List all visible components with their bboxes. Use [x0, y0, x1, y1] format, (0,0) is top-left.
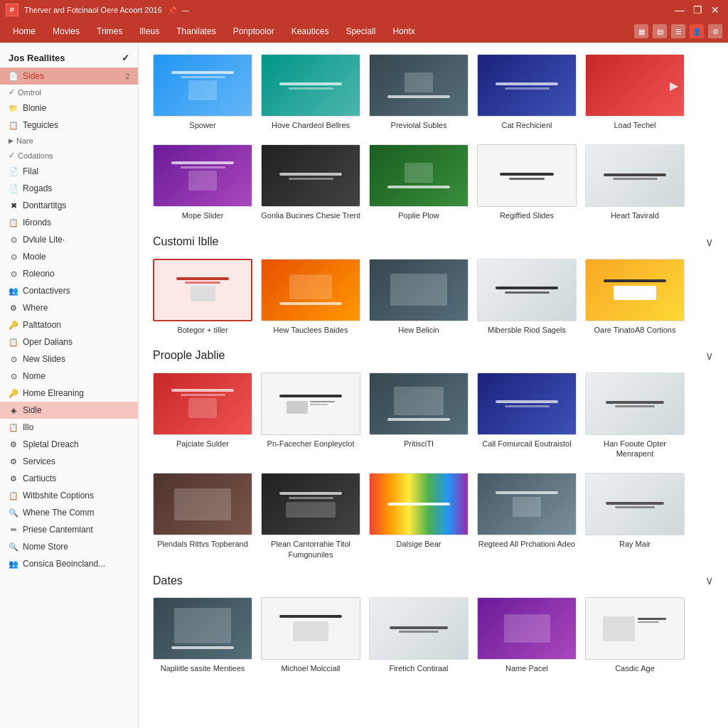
template-label-mibersble: Mibersble Riod Sagels	[477, 325, 577, 335]
template-card-michoel[interactable]: Michoel Molcciall	[261, 597, 360, 673]
template-card-name-pacel[interactable]: Name Pacel	[477, 597, 577, 673]
menu-speciall[interactable]: Speciall	[338, 23, 382, 39]
sidebar-item-donttartitgs[interactable]: ✖ Donttartitgs	[0, 197, 138, 214]
sidebar-item-nome-store[interactable]: 🔍 Nome Store	[0, 538, 138, 555]
sidebar-item-spletal-dreach[interactable]: ⚙ Spletal Dreach	[0, 436, 138, 453]
template-thumb-plendals	[153, 473, 252, 535]
menu-hontx[interactable]: Hontx	[385, 23, 422, 39]
menu-movies[interactable]: Movies	[46, 23, 87, 39]
template-card-pajciate[interactable]: Pajciate Sulder	[153, 373, 252, 459]
template-card-botegor[interactable]: Botegor + tiller	[153, 259, 252, 335]
sidebar-item-cartiucts[interactable]: ⚙ Cartiucts	[0, 470, 138, 487]
template-label-gonlia: Gonlia Bucines Chesie Trent	[261, 210, 360, 220]
sidebar-item-sides[interactable]: 📄 Sides 2	[0, 68, 138, 85]
sidebar-item-whene-the-comm[interactable]: 🔍 Whene The Comm	[0, 504, 138, 521]
template-card-hew-belicin[interactable]: Hew Belicin	[369, 259, 469, 335]
template-card-regiffied[interactable]: Regiffied Slides	[477, 144, 577, 220]
template-card-poplie[interactable]: Poplie Plow	[369, 144, 469, 220]
sidebar-item-roleono[interactable]: ⊙ Roleono	[0, 265, 138, 282]
list-icon[interactable]: ☰	[671, 24, 685, 38]
template-label-han: Han Fooute Opter Menrapent	[585, 439, 685, 459]
template-card-firetich[interactable]: Firetich Contiraal	[369, 597, 469, 673]
sidebar-item-palttatoon[interactable]: 🔑 Palttatoon	[0, 316, 138, 333]
template-thumb-name-pacel	[477, 597, 577, 660]
template-card-mibersble[interactable]: Mibersble Riod Sagels	[477, 259, 577, 335]
user-icon[interactable]: 👤	[690, 24, 704, 38]
template-card-napliitle[interactable]: Napliitle sasite Mentiees	[153, 597, 252, 673]
grid-icon[interactable]: ▦	[634, 24, 648, 38]
template-card-pritisci[interactable]: PritisciTI	[369, 373, 469, 459]
template-card-han-fooute[interactable]: Han Fooute Opter Menrapent	[585, 373, 685, 459]
section-toggle-dates[interactable]: ∨	[705, 574, 714, 587]
template-card-ray-mair[interactable]: Ray Mair	[585, 473, 685, 560]
template-card-plendals[interactable]: Plendals Rittvs Topberand	[153, 473, 252, 560]
nome-store-icon: 🔍	[9, 542, 18, 552]
settings-icon[interactable]: ⚙	[708, 24, 722, 38]
sidebar-item-moole[interactable]: ⊙ Moole	[0, 248, 138, 265]
table-icon[interactable]: ▤	[653, 24, 667, 38]
template-card-hove-chardeol[interactable]: Hove Chardeol Bellres	[261, 54, 360, 130]
sidebar-item-contactivers[interactable]: 👥 Contactivers	[0, 282, 138, 299]
menu-trimes[interactable]: Trimes	[90, 23, 129, 39]
sidebar-item-home-elreaning[interactable]: 🔑 Home Elreaning	[0, 385, 138, 402]
template-thumb-previolal	[369, 54, 469, 117]
sidebar-item-services[interactable]: ⚙ Services	[0, 453, 138, 470]
template-card-oare[interactable]: Oare TinatoA8 Cortions	[585, 259, 685, 335]
sidebar-section-nare[interactable]: ▶ Nare	[0, 134, 138, 148]
template-card-hew-tauclees[interactable]: Hew Tauclees Baides	[261, 259, 360, 335]
section-toggle-proople[interactable]: ∨	[705, 349, 714, 363]
sidebar-item-rogads[interactable]: 📄 Rogads	[0, 180, 138, 197]
menu-illeus[interactable]: Illeus	[132, 23, 166, 39]
template-card-regteed[interactable]: Regteed All Prchationi Adeo	[477, 473, 577, 560]
rogads-icon: 📄	[9, 183, 18, 193]
sidebar-item-nome[interactable]: ⊙ Nome	[0, 368, 138, 385]
sidebar-item-sidle[interactable]: ◈ Sidle	[0, 402, 138, 419]
dash-icon: —	[182, 6, 189, 14]
template-label-hew-belicin: Hew Belicin	[369, 325, 469, 335]
menu-ponptoolor[interactable]: Ponptoolor	[226, 23, 282, 39]
sidebar-item-dvlule-lite[interactable]: ⊙ Dvlule Lite·	[0, 231, 138, 248]
oper-dalians-icon: 📋	[9, 337, 18, 347]
sidebar-item-where[interactable]: ⚙ Where	[0, 299, 138, 316]
template-card-load[interactable]: ▶ Load Techel	[585, 54, 685, 130]
template-card-spower[interactable]: Spower	[153, 54, 252, 130]
menu-keautices[interactable]: Keautices	[284, 23, 336, 39]
sidebar-item-priese-cantemlant[interactable]: ✏ Priese Cantemlant	[0, 521, 138, 538]
sidebar-item-new-slides[interactable]: ⊙ New Slides	[0, 350, 138, 368]
template-card-gonlia[interactable]: Gonlia Bucines Chesie Trent	[261, 144, 360, 220]
section-toggle-customi[interactable]: ∨	[705, 235, 714, 249]
template-grid-customi: Botegor + tiller Hew Tauclees Baides Hew…	[153, 259, 714, 335]
minimize-button[interactable]: —	[672, 4, 687, 16]
app-title: Therver ard Fotcinaol Oere Acoort 2016	[24, 6, 162, 14]
menu-home[interactable]: Home	[6, 23, 43, 39]
sidebar-item-illo[interactable]: 📋 Illo	[0, 419, 138, 436]
menu-thanilates[interactable]: Thanilates	[169, 23, 223, 39]
template-label-name-pacel: Name Pacel	[477, 663, 577, 673]
template-card-plean[interactable]: Plean Cantorrahie Titol Fumgnuniles	[261, 473, 360, 560]
sidebar-item-filal[interactable]: 📄 Filal	[0, 163, 138, 180]
sidebar-item-oper-dalians[interactable]: 📋 Oper Dalians	[0, 333, 138, 350]
template-thumb-pajciate	[153, 373, 252, 435]
template-card-casdic[interactable]: Casdic Age	[585, 597, 685, 673]
sidebar-label-illo: Illo	[23, 422, 33, 432]
sidebar-item-consica[interactable]: 👥 Consica Beoincland...	[0, 555, 138, 572]
close-button[interactable]: ✕	[708, 4, 722, 16]
template-thumb-botegor	[153, 259, 252, 321]
sidebar-header: Jos Reallites ✓	[0, 48, 138, 68]
template-grid-section1: Spower Hove Chardeol Bellres Previolal S…	[153, 54, 714, 130]
sidebar-item-blonie[interactable]: 📁 Blonie	[0, 100, 138, 117]
template-card-pn-facecher[interactable]: Pn-Facecher Eonpleyclot	[261, 373, 360, 459]
template-card-mope[interactable]: Mope Slider	[153, 144, 252, 220]
template-card-cat[interactable]: Cat Rechicienl	[477, 54, 577, 130]
template-card-previolal[interactable]: Previolal Subles	[369, 54, 469, 130]
template-card-heart[interactable]: Heart Tavirald	[585, 144, 685, 220]
section-title-proople: Proople Jablie	[153, 349, 225, 362]
sidebar-item-i6ronds[interactable]: 📋 I6ronds	[0, 214, 138, 231]
template-card-call-fomurcail[interactable]: Call Fomurcail Eoutraistol	[477, 373, 577, 459]
sidebar-item-witbshite-coptions[interactable]: 📋 Witbshite Coptions	[0, 487, 138, 504]
template-card-dalsige[interactable]: Dalsige Bear	[369, 473, 469, 560]
template-thumb-mibersble	[477, 259, 577, 321]
sidebar-item-teguicles[interactable]: 📋 Teguicles	[0, 117, 138, 134]
sidebar-label-where: Where	[23, 303, 48, 313]
maximize-button[interactable]: ❐	[690, 4, 705, 16]
